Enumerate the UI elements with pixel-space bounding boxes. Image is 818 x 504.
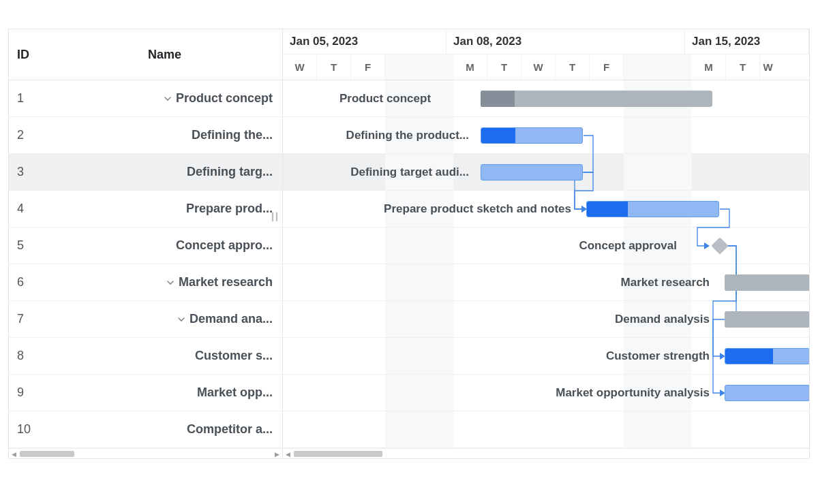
date-segment-1: Jan 08, 2023 (446, 29, 685, 54)
task-id: 1 (9, 91, 47, 106)
gantt-body[interactable]: 1Product conceptProduct concept2Defining… (9, 80, 809, 448)
scroll-left-icon[interactable]: ◀ (12, 451, 16, 458)
task-name[interactable]: Product concept (47, 91, 282, 106)
gantt-row[interactable]: 3Defining targ...Defining target audi... (9, 154, 809, 191)
task-bar-label: Defining target audi... (283, 154, 477, 190)
day-header-cell: F (590, 54, 624, 80)
task-name[interactable]: Competitor a... (47, 422, 282, 437)
gantt-row[interactable]: 9Market opp...Market opportunity analysi… (9, 375, 809, 411)
task-name[interactable]: Market research (47, 275, 282, 289)
group-bar[interactable] (725, 274, 809, 291)
timeline-header: Jan 05, 2023 Jan 08, 2023 Jan 15, 2023 W… (283, 29, 809, 80)
chevron-down-icon[interactable] (177, 315, 185, 324)
chevron-down-icon[interactable] (164, 95, 172, 103)
task-bar-label: Prepare product sketch and notes (283, 191, 579, 227)
task-name[interactable]: Customer s... (47, 349, 282, 363)
grid-scroll-thumb[interactable] (20, 451, 74, 457)
task-bar-label: Demand analysis (283, 301, 718, 337)
scroll-left-icon[interactable]: ◀ (286, 451, 290, 458)
task-id: 2 (9, 128, 47, 142)
col-header-id[interactable]: ID (9, 29, 47, 80)
progress-fill (587, 202, 628, 217)
col-header-name[interactable]: Name (47, 29, 282, 80)
task-name[interactable]: Defining targ... (47, 165, 282, 179)
progress-fill (725, 349, 773, 364)
day-header-cell: T (726, 54, 760, 80)
task-bar[interactable] (481, 127, 583, 144)
group-bar[interactable] (725, 311, 809, 328)
gantt-row[interactable]: 2Defining the...Defining the product... (9, 117, 809, 154)
group-bar[interactable] (481, 91, 712, 107)
day-header-cell: W (521, 54, 556, 80)
task-id: 9 (9, 385, 47, 400)
date-segment-0: Jan 05, 2023 (283, 29, 446, 54)
milestone-diamond[interactable] (711, 237, 728, 254)
progress-fill (481, 128, 515, 143)
task-bar[interactable] (725, 348, 809, 364)
task-name[interactable]: Prepare prod... (47, 202, 282, 216)
day-header-cell: W (760, 54, 776, 80)
gantt-chart: ID Name Jan 05, 2023 Jan 08, 2023 Jan 15… (8, 29, 810, 459)
task-bar[interactable] (481, 164, 583, 180)
task-name[interactable]: Defining the... (47, 128, 282, 142)
task-name[interactable]: Concept appro... (47, 238, 282, 253)
progress-fill (481, 91, 515, 107)
day-header-cell: M (692, 54, 726, 80)
scroll-right-icon[interactable]: ▶ (275, 451, 279, 458)
task-id: 5 (9, 238, 47, 253)
task-name[interactable]: Market opp... (47, 385, 282, 400)
grid-h-scrollbar[interactable]: ◀ ▶ (9, 449, 283, 458)
day-header-cell: T (317, 54, 351, 80)
column-splitter-icon[interactable]: ▎▎ (272, 212, 277, 221)
task-bar[interactable] (586, 201, 719, 217)
task-id: 10 (9, 422, 47, 437)
gantt-row[interactable]: 1Product conceptProduct concept (9, 80, 809, 117)
gantt-row[interactable]: 4Prepare prod...Prepare product sketch a… (9, 191, 809, 227)
gantt-row[interactable]: 8Customer s...Customer strength (9, 338, 809, 375)
chevron-down-icon[interactable] (166, 279, 175, 287)
timeline-scroll-thumb[interactable] (294, 451, 382, 457)
task-bar[interactable] (725, 385, 809, 401)
task-id: 8 (9, 349, 47, 363)
task-id: 7 (9, 312, 47, 326)
task-bar-label: Market research (283, 264, 718, 300)
gantt-row[interactable]: 10Competitor a... (9, 411, 809, 448)
day-header-cell: W (283, 54, 317, 80)
task-name[interactable]: Demand ana... (47, 312, 282, 326)
timeline-h-scrollbar[interactable]: ◀ (283, 449, 809, 458)
task-bar-label: Market opportunity analysis (283, 375, 718, 411)
date-segment-2: Jan 15, 2023 (685, 29, 809, 54)
task-bar-label: Concept approval (283, 227, 685, 264)
gantt-row[interactable]: 6Market researchMarket research (9, 264, 809, 301)
day-header-cell: T (487, 54, 521, 80)
day-header-cell: T (556, 54, 590, 80)
gantt-row[interactable]: 7Demand ana...Demand analysis (9, 301, 809, 338)
day-header-cell: F (351, 54, 385, 80)
day-header-cell: M (453, 54, 487, 80)
task-bar-label: Defining the product... (283, 117, 477, 153)
task-id: 3 (9, 165, 47, 179)
task-bar-label: Customer strength (283, 338, 718, 374)
task-id: 4 (9, 202, 47, 216)
task-bar-label: Product concept (290, 80, 481, 116)
gantt-row[interactable]: 5Concept appro...Concept approval (9, 227, 809, 264)
task-id: 6 (9, 275, 47, 289)
